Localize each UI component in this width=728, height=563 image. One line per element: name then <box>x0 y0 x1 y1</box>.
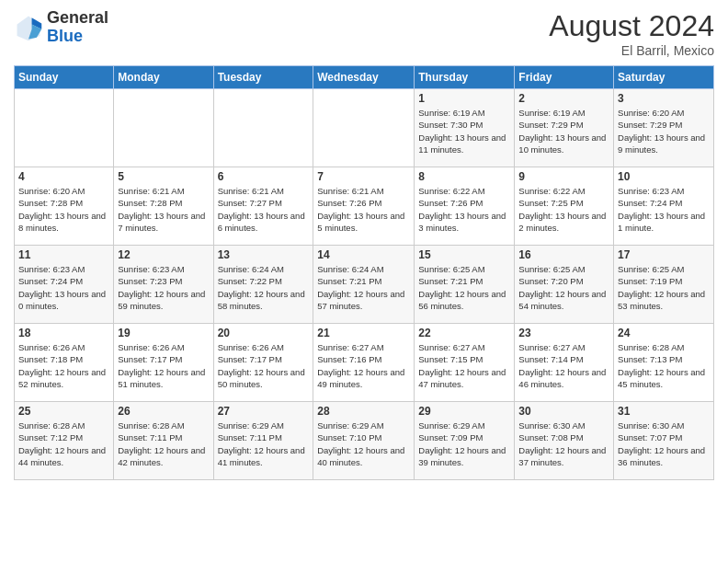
day-number: 7 <box>317 170 410 183</box>
day-number: 4 <box>18 170 109 183</box>
day-info: Sunrise: 6:21 AM Sunset: 7:28 PM Dayligh… <box>118 185 209 234</box>
calendar-header-row: Sunday Monday Tuesday Wednesday Thursday… <box>15 66 714 89</box>
calendar-cell: 9Sunrise: 6:22 AM Sunset: 7:25 PM Daylig… <box>515 167 614 246</box>
calendar-cell: 7Sunrise: 6:21 AM Sunset: 7:26 PM Daylig… <box>313 167 415 246</box>
calendar-cell: 25Sunrise: 6:28 AM Sunset: 7:12 PM Dayli… <box>15 402 114 480</box>
day-number: 13 <box>218 248 310 261</box>
day-number: 23 <box>518 327 609 339</box>
calendar-cell: 19Sunrise: 6:26 AM Sunset: 7:17 PM Dayli… <box>114 324 213 402</box>
day-number: 19 <box>118 327 209 339</box>
calendar-cell: 26Sunrise: 6:28 AM Sunset: 7:11 PM Dayli… <box>114 402 213 480</box>
calendar-cell: 24Sunrise: 6:28 AM Sunset: 7:13 PM Dayli… <box>614 324 714 402</box>
day-number: 5 <box>118 170 209 183</box>
day-info: Sunrise: 6:23 AM Sunset: 7:23 PM Dayligh… <box>118 263 209 312</box>
calendar-cell <box>15 89 114 167</box>
day-info: Sunrise: 6:30 AM Sunset: 7:07 PM Dayligh… <box>618 419 710 468</box>
calendar-cell: 21Sunrise: 6:27 AM Sunset: 7:16 PM Dayli… <box>313 324 415 402</box>
day-info: Sunrise: 6:19 AM Sunset: 7:29 PM Dayligh… <box>518 107 609 155</box>
day-info: Sunrise: 6:30 AM Sunset: 7:08 PM Dayligh… <box>518 419 609 468</box>
logo: General Blue <box>14 9 108 46</box>
calendar-cell: 18Sunrise: 6:26 AM Sunset: 7:18 PM Dayli… <box>15 324 114 402</box>
day-info: Sunrise: 6:26 AM Sunset: 7:17 PM Dayligh… <box>118 341 209 390</box>
calendar-cell <box>313 89 415 167</box>
location-subtitle: El Barril, Mexico <box>549 43 714 58</box>
logo-line1: General <box>47 9 108 28</box>
day-number: 21 <box>317 327 410 339</box>
day-number: 16 <box>518 248 609 261</box>
day-info: Sunrise: 6:29 AM Sunset: 7:09 PM Dayligh… <box>418 419 510 468</box>
day-number: 2 <box>518 92 609 105</box>
day-number: 30 <box>518 405 609 418</box>
month-title: August 2024 <box>549 9 714 43</box>
calendar-cell: 14Sunrise: 6:24 AM Sunset: 7:21 PM Dayli… <box>313 246 415 324</box>
day-info: Sunrise: 6:23 AM Sunset: 7:24 PM Dayligh… <box>18 263 109 312</box>
calendar-cell: 15Sunrise: 6:25 AM Sunset: 7:21 PM Dayli… <box>415 246 515 324</box>
calendar-cell: 13Sunrise: 6:24 AM Sunset: 7:22 PM Dayli… <box>213 246 313 324</box>
day-number: 1 <box>418 92 510 105</box>
day-number: 12 <box>118 248 209 261</box>
calendar-cell: 5Sunrise: 6:21 AM Sunset: 7:28 PM Daylig… <box>114 167 213 246</box>
day-info: Sunrise: 6:25 AM Sunset: 7:19 PM Dayligh… <box>618 263 710 312</box>
day-info: Sunrise: 6:26 AM Sunset: 7:17 PM Dayligh… <box>218 341 310 390</box>
calendar-cell: 22Sunrise: 6:27 AM Sunset: 7:15 PM Dayli… <box>415 324 515 402</box>
day-number: 11 <box>18 248 109 261</box>
col-tuesday: Tuesday <box>213 66 313 89</box>
calendar-week-3: 18Sunrise: 6:26 AM Sunset: 7:18 PM Dayli… <box>15 324 714 402</box>
calendar-cell: 2Sunrise: 6:19 AM Sunset: 7:29 PM Daylig… <box>515 89 614 167</box>
col-monday: Monday <box>114 66 213 89</box>
day-info: Sunrise: 6:29 AM Sunset: 7:10 PM Dayligh… <box>317 419 410 468</box>
day-number: 8 <box>418 170 510 183</box>
day-number: 27 <box>218 405 310 418</box>
calendar-cell: 8Sunrise: 6:22 AM Sunset: 7:26 PM Daylig… <box>415 167 515 246</box>
day-info: Sunrise: 6:20 AM Sunset: 7:29 PM Dayligh… <box>618 107 710 155</box>
day-number: 17 <box>618 248 710 261</box>
day-info: Sunrise: 6:28 AM Sunset: 7:12 PM Dayligh… <box>18 419 109 468</box>
calendar-cell: 17Sunrise: 6:25 AM Sunset: 7:19 PM Dayli… <box>614 246 714 324</box>
day-number: 22 <box>418 327 510 339</box>
logo-icon <box>14 13 43 42</box>
calendar-cell: 4Sunrise: 6:20 AM Sunset: 7:28 PM Daylig… <box>15 167 114 246</box>
day-info: Sunrise: 6:24 AM Sunset: 7:21 PM Dayligh… <box>317 263 410 312</box>
calendar-week-0: 1Sunrise: 6:19 AM Sunset: 7:30 PM Daylig… <box>15 89 714 167</box>
calendar-cell: 10Sunrise: 6:23 AM Sunset: 7:24 PM Dayli… <box>614 167 714 246</box>
logo-line2: Blue <box>47 28 108 46</box>
day-info: Sunrise: 6:27 AM Sunset: 7:14 PM Dayligh… <box>518 341 609 390</box>
calendar-week-4: 25Sunrise: 6:28 AM Sunset: 7:12 PM Dayli… <box>15 402 714 480</box>
calendar-cell: 1Sunrise: 6:19 AM Sunset: 7:30 PM Daylig… <box>415 89 515 167</box>
day-info: Sunrise: 6:23 AM Sunset: 7:24 PM Dayligh… <box>618 185 710 234</box>
col-saturday: Saturday <box>614 66 714 89</box>
logo-text: General Blue <box>47 9 108 46</box>
day-number: 28 <box>317 405 410 418</box>
day-info: Sunrise: 6:28 AM Sunset: 7:13 PM Dayligh… <box>618 341 710 390</box>
title-block: August 2024 El Barril, Mexico <box>549 9 714 58</box>
calendar-cell: 23Sunrise: 6:27 AM Sunset: 7:14 PM Dayli… <box>515 324 614 402</box>
day-info: Sunrise: 6:22 AM Sunset: 7:26 PM Dayligh… <box>418 185 510 234</box>
day-number: 15 <box>418 248 510 261</box>
calendar-cell: 31Sunrise: 6:30 AM Sunset: 7:07 PM Dayli… <box>614 402 714 480</box>
header: General Blue August 2024 El Barril, Mexi… <box>14 9 714 58</box>
day-number: 31 <box>618 405 710 418</box>
col-friday: Friday <box>515 66 614 89</box>
day-info: Sunrise: 6:24 AM Sunset: 7:22 PM Dayligh… <box>218 263 310 312</box>
col-thursday: Thursday <box>415 66 515 89</box>
day-number: 25 <box>18 405 109 418</box>
calendar-cell: 20Sunrise: 6:26 AM Sunset: 7:17 PM Dayli… <box>213 324 313 402</box>
calendar-cell: 29Sunrise: 6:29 AM Sunset: 7:09 PM Dayli… <box>415 402 515 480</box>
day-number: 10 <box>618 170 710 183</box>
day-number: 29 <box>418 405 510 418</box>
day-info: Sunrise: 6:26 AM Sunset: 7:18 PM Dayligh… <box>18 341 109 390</box>
day-number: 3 <box>618 92 710 105</box>
day-info: Sunrise: 6:19 AM Sunset: 7:30 PM Dayligh… <box>418 107 510 155</box>
calendar-cell: 12Sunrise: 6:23 AM Sunset: 7:23 PM Dayli… <box>114 246 213 324</box>
calendar-week-1: 4Sunrise: 6:20 AM Sunset: 7:28 PM Daylig… <box>15 167 714 246</box>
calendar-cell <box>114 89 213 167</box>
day-number: 18 <box>18 327 109 339</box>
day-number: 14 <box>317 248 410 261</box>
day-info: Sunrise: 6:20 AM Sunset: 7:28 PM Dayligh… <box>18 185 109 234</box>
calendar-cell <box>213 89 313 167</box>
day-info: Sunrise: 6:29 AM Sunset: 7:11 PM Dayligh… <box>218 419 310 468</box>
day-info: Sunrise: 6:27 AM Sunset: 7:15 PM Dayligh… <box>418 341 510 390</box>
calendar-week-2: 11Sunrise: 6:23 AM Sunset: 7:24 PM Dayli… <box>15 246 714 324</box>
day-info: Sunrise: 6:28 AM Sunset: 7:11 PM Dayligh… <box>118 419 209 468</box>
calendar-cell: 27Sunrise: 6:29 AM Sunset: 7:11 PM Dayli… <box>213 402 313 480</box>
